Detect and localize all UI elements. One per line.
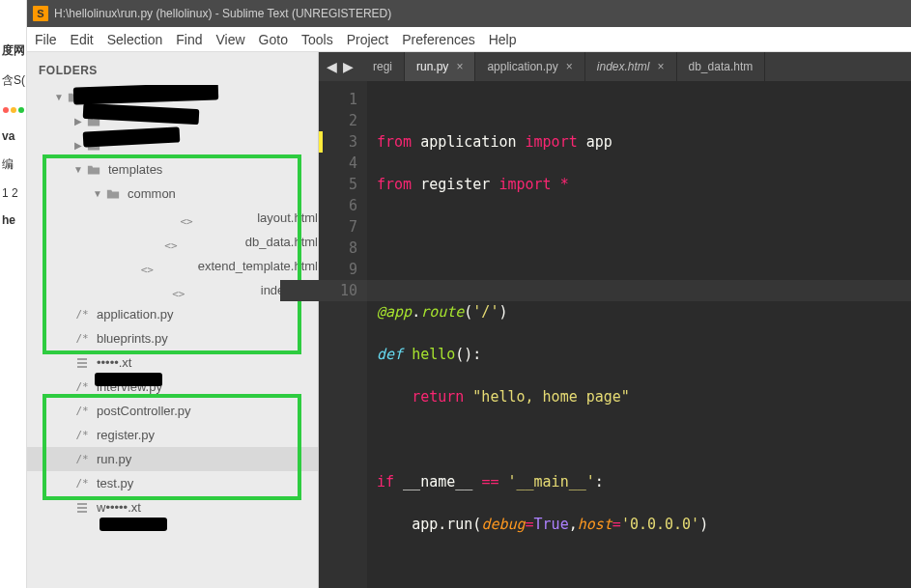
close-icon[interactable]: ×	[456, 60, 463, 73]
folder-icon	[85, 115, 102, 128]
close-icon[interactable]: ×	[566, 60, 573, 73]
code-text[interactable]: from application import app from registe…	[367, 81, 911, 588]
menu-file[interactable]: File	[35, 32, 57, 47]
folder-icon	[85, 163, 102, 177]
external-page-strip: 度网 含S( va 编 1 2 he	[0, 0, 27, 588]
disclose-down-icon: ▼	[54, 92, 64, 102]
titlebar: S H:\hellolinux\run.py (hellolinux) - Su…	[27, 0, 911, 27]
tree-row-redacted[interactable]: w•••••.xt	[27, 495, 318, 519]
text-file-icon	[73, 502, 91, 514]
tree-row-redacted[interactable]: ▼	[27, 85, 318, 109]
tree-file-register[interactable]: /*register.py	[27, 423, 318, 447]
gutter: 1 2 3 4 5 6 7 8 9 10	[319, 81, 367, 588]
redaction-mark	[100, 518, 167, 531]
menu-tools[interactable]: Tools	[301, 32, 333, 47]
tree-row-redacted[interactable]: •••••.xt	[27, 350, 318, 375]
app-icon: S	[33, 6, 48, 21]
gutter-mark	[319, 131, 323, 153]
tab-index[interactable]: index.html×	[585, 52, 677, 81]
tree-file-application[interactable]: /*application.py	[27, 302, 318, 326]
sidebar-title: FOLDERS	[27, 58, 318, 85]
strip-text: 1 2	[2, 186, 24, 200]
menu-view[interactable]: View	[216, 32, 245, 47]
nav-back-icon[interactable]: ◀	[327, 59, 337, 74]
tree-file-postcontroller[interactable]: /*postController.py	[27, 399, 318, 423]
menu-edit[interactable]: Edit	[71, 32, 94, 47]
text-file-icon	[73, 357, 91, 369]
folder-tree: ▼ ▶ ▶ ▼templates ▼common <>layout.html <…	[27, 85, 318, 588]
menu-goto[interactable]: Goto	[259, 32, 288, 47]
tree-file-test[interactable]: /*test.py	[27, 471, 318, 495]
tree-row-templates[interactable]: ▼templates	[27, 157, 318, 182]
code-area[interactable]: 1 2 3 4 5 6 7 8 9 10 from application im…	[319, 81, 911, 588]
tree-file-layout[interactable]: <>layout.html	[27, 206, 318, 230]
menu-project[interactable]: Project	[347, 32, 389, 47]
tree-file-interview[interactable]: /*interview.py	[27, 375, 318, 399]
folder-icon	[66, 91, 83, 104]
menu-preferences[interactable]: Preferences	[402, 32, 474, 47]
menu-find[interactable]: Find	[176, 32, 202, 47]
menu-selection[interactable]: Selection	[107, 32, 163, 47]
tree-file-blueprints[interactable]: /*blueprints.py	[27, 326, 318, 350]
py-file-icon: /*	[73, 308, 91, 321]
py-file-icon: /*	[73, 405, 91, 417]
py-file-icon: /*	[73, 380, 91, 393]
tree-row-redacted[interactable]: ▶	[27, 133, 318, 157]
strip-dots	[2, 102, 24, 116]
tab-run[interactable]: run.py×	[405, 52, 475, 81]
disclose-down-icon: ▼	[93, 188, 102, 199]
tab-dbdata[interactable]: db_data.htm	[677, 52, 766, 81]
tree-file-run[interactable]: /*run.py	[27, 447, 318, 471]
strip-text: 编	[2, 156, 24, 173]
menu-help[interactable]: Help	[489, 32, 517, 47]
strip-text: he	[2, 213, 24, 227]
menubar: File Edit Selection Find View Goto Tools…	[27, 27, 911, 52]
disclose-right-icon: ▶	[73, 116, 83, 126]
disclose-right-icon: ▶	[73, 140, 83, 151]
tree-file-extend[interactable]: <>extend_template.html	[27, 254, 318, 278]
window-title: H:\hellolinux\run.py (hellolinux) - Subl…	[54, 7, 391, 20]
tree-file-index[interactable]: <>index.html	[27, 278, 318, 302]
tree-file-dbdata[interactable]: <>db_data.html	[27, 230, 318, 254]
current-line-highlight	[367, 280, 911, 301]
folder-icon	[85, 139, 102, 153]
tabbar: ◀ ▶ regi run.py× application.py× index.h…	[319, 52, 911, 81]
close-icon[interactable]: ×	[658, 60, 665, 73]
py-file-icon: /*	[73, 453, 91, 465]
py-file-icon: /*	[73, 477, 91, 490]
strip-text: 含S(	[2, 72, 24, 89]
strip-text: va	[2, 129, 24, 143]
tab-register-partial[interactable]: regi	[361, 52, 405, 81]
editor: ◀ ▶ regi run.py× application.py× index.h…	[319, 52, 911, 588]
tree-row-common[interactable]: ▼common	[27, 182, 318, 206]
py-file-icon: /*	[73, 332, 91, 345]
folder-icon	[104, 187, 122, 201]
tab-application[interactable]: application.py×	[475, 52, 584, 81]
py-file-icon: /*	[73, 429, 91, 441]
tree-row-redacted[interactable]: ▶	[27, 109, 318, 133]
sidebar: FOLDERS ▼ ▶ ▶ ▼templates ▼common <>layou…	[27, 52, 319, 588]
strip-text: 度网	[2, 42, 24, 59]
html-file-icon: <>	[93, 276, 255, 305]
disclose-down-icon: ▼	[73, 164, 83, 175]
nav-forward-icon[interactable]: ▶	[343, 59, 354, 74]
